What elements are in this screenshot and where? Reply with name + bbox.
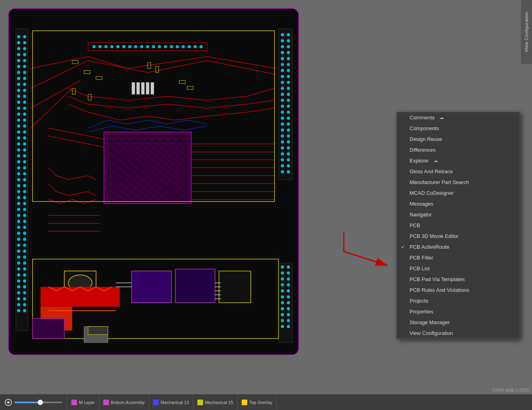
menu-item-label: Design Reuse [410, 136, 442, 142]
svg-point-6 [17, 47, 20, 50]
svg-point-70 [23, 148, 26, 151]
svg-point-90 [23, 267, 26, 271]
menu-item-projects[interactable]: Projects [397, 295, 520, 306]
pcb-canvas[interactable] [8, 8, 299, 355]
brightness-icon [5, 399, 12, 406]
menu-item-differences[interactable]: Differences [397, 145, 520, 155]
menu-item-pcb-pad-via[interactable]: PCB Pad Via Templates [397, 274, 520, 285]
svg-point-186 [193, 45, 197, 48]
svg-point-164 [287, 307, 290, 310]
menu-item-messages[interactable]: Messages [397, 198, 520, 209]
svg-point-22 [17, 143, 20, 146]
svg-rect-241 [141, 82, 144, 94]
svg-point-141 [287, 146, 290, 149]
svg-point-48 [17, 297, 20, 300]
menu-item-label: Gloss And Retrace [410, 168, 453, 174]
svg-point-56 [23, 65, 26, 68]
svg-point-156 [281, 325, 284, 328]
menu-item-label: Projects [410, 298, 428, 304]
svg-point-151 [281, 295, 284, 298]
menu-item-storage-manager[interactable]: Storage Manager [397, 317, 520, 328]
svg-point-82 [23, 220, 26, 223]
svg-point-45 [17, 279, 20, 283]
menu-item-label: PCB Filter [410, 255, 433, 261]
menu-item-gloss-retrace[interactable]: Gloss And Retrace [397, 166, 520, 177]
menu-item-navigator[interactable]: Navigator [397, 209, 520, 220]
brightness-control[interactable] [0, 394, 67, 410]
pcb-board [9, 9, 298, 355]
svg-point-89 [23, 261, 26, 265]
menu-item-mcad[interactable]: MCAD CoDesigner [397, 188, 520, 198]
layer-label: Bottom Assembly [111, 400, 145, 405]
svg-point-178 [146, 45, 149, 48]
svg-point-111 [281, 111, 284, 114]
svg-point-58 [23, 77, 26, 80]
svg-point-88 [23, 256, 26, 259]
svg-point-21 [17, 137, 20, 140]
menu-item-manufacturer-part[interactable]: Manufacturer Part Search [397, 177, 520, 188]
toolbar-item-mechanical-13[interactable]: Mechanical 13 [149, 394, 193, 410]
toolbar-item-mechanical-15[interactable]: Mechanical 15 [193, 394, 238, 410]
svg-point-96 [23, 303, 26, 306]
menu-item-pcb-3d[interactable]: PCB 3D Movie Editor [397, 231, 520, 242]
menu-item-label: Navigator [410, 212, 432, 218]
svg-point-29 [17, 184, 20, 187]
view-config-tab[interactable]: View Configuration [521, 0, 532, 64]
svg-point-182 [170, 45, 173, 48]
svg-point-38 [17, 238, 20, 241]
svg-point-8 [17, 59, 20, 62]
toolbar-item-m-layer[interactable]: M Layer [67, 394, 99, 410]
svg-point-120 [281, 164, 284, 167]
svg-point-135 [287, 111, 290, 114]
menu-item-properties[interactable]: Properties [397, 306, 520, 317]
menu-item-label: View Configuration [410, 330, 453, 336]
svg-point-92 [23, 279, 26, 283]
svg-point-132 [287, 93, 290, 96]
svg-point-19 [17, 125, 20, 128]
layer-color-swatch [153, 400, 159, 405]
menu-item-pcb-activeroute[interactable]: ✓PCB ActiveRoute [397, 242, 520, 252]
svg-point-17 [17, 113, 20, 116]
menu-item-view-configuration[interactable]: View Configuration [397, 328, 520, 339]
menu-item-design-reuse[interactable]: Design Reuse [397, 134, 520, 145]
svg-point-158 [287, 271, 290, 275]
svg-point-177 [140, 45, 143, 48]
svg-point-163 [287, 301, 290, 304]
svg-point-139 [287, 135, 290, 138]
svg-point-54 [23, 53, 26, 56]
svg-point-115 [281, 135, 284, 138]
svg-point-75 [23, 178, 26, 181]
menu-item-pcb-rules[interactable]: PCB Rules And Violations [397, 285, 520, 295]
toolbar-item-bottom-assembly[interactable]: Bottom Assembly [99, 394, 149, 410]
menu-item-pcb[interactable]: PCB [397, 220, 520, 231]
svg-point-149 [281, 283, 284, 287]
menu-item-comments[interactable]: Comments☁ [397, 112, 520, 123]
brightness-slider[interactable] [14, 402, 62, 403]
svg-point-53 [23, 47, 26, 50]
svg-point-104 [281, 69, 284, 72]
bottom-toolbar: M LayerBottom AssemblyMechanical 13Mecha… [0, 394, 532, 410]
svg-point-103 [281, 63, 284, 66]
svg-point-161 [287, 289, 290, 293]
svg-point-9 [17, 65, 20, 68]
svg-point-145 [287, 170, 290, 173]
svg-point-176 [134, 45, 137, 48]
svg-point-154 [281, 313, 284, 316]
svg-point-99 [281, 39, 284, 42]
toolbar-item-top-overlay[interactable]: Top Overlay [238, 394, 277, 410]
svg-rect-242 [146, 82, 149, 94]
menu-item-explorer[interactable]: Explorer☁ [397, 155, 520, 166]
menu-item-pcb-filter[interactable]: PCB Filter [397, 252, 520, 263]
svg-point-140 [287, 141, 290, 144]
menu-item-components[interactable]: Components [397, 123, 520, 134]
menu-item-pcb-list[interactable]: PCB List [397, 263, 520, 274]
svg-point-162 [287, 295, 290, 298]
svg-point-87 [23, 250, 26, 253]
svg-point-150 [281, 289, 284, 293]
brightness-thumb[interactable] [37, 400, 43, 405]
svg-point-136 [287, 117, 290, 120]
layer-label: Mechanical 13 [161, 400, 189, 405]
svg-point-155 [281, 319, 284, 322]
svg-point-44 [17, 273, 20, 277]
svg-point-25 [17, 160, 20, 163]
